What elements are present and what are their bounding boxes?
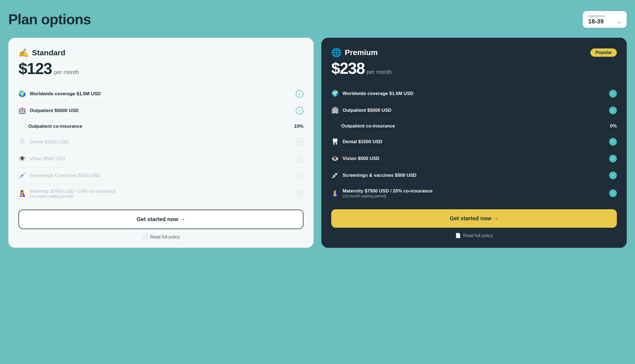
p-vision-text: Vision $500 USD [343, 156, 379, 161]
standard-cta-button[interactable]: Get started now → [18, 210, 303, 229]
worldwide-check-icon: ✓ [296, 90, 303, 98]
maternity-subtext: (10-month waiting period) [30, 194, 116, 199]
screenings-icon: 💉 [18, 172, 26, 179]
dental-check-icon: ✕ [296, 138, 303, 146]
premium-cta-button[interactable]: Get started now → [331, 209, 617, 228]
maternity-icon: 🤱 [18, 190, 26, 197]
standard-feature-screenings: 💉 Screenings & vaccines $500 USD ✕ [18, 167, 303, 184]
standard-feature-worldwide: 🌍 Worldwide coverage $1.5M USD ✓ [18, 85, 303, 102]
popular-badge: Popular [590, 48, 617, 57]
age-group-value: 18-39 [588, 18, 604, 25]
premium-plan-header: 🌐 Premium Popular [331, 48, 617, 57]
premium-price: $238 [331, 59, 365, 77]
standard-feature-dental: 🦷 Dental $1500 USD ✕ [18, 134, 303, 150]
standard-price: $123 [18, 59, 52, 78]
p-dental-check-icon: ✓ [609, 138, 617, 146]
premium-plan-card: 🌐 Premium Popular $238 per month 🌍 World… [321, 38, 627, 248]
standard-plan-card: ✍️ Standard $123 per month 🌍 Worldwide c… [8, 38, 314, 248]
premium-feature-dental: 🦷 Dental $1500 USD ✓ [331, 133, 617, 150]
standard-feature-list: 🌍 Worldwide coverage $1.5M USD ✓ 🏥 Outpa… [18, 85, 303, 203]
p-maternity-subtext: (10-month waiting period) [343, 194, 433, 198]
maternity-text: Maternity $7500 USD / 20% co-insurance [30, 189, 116, 194]
screenings-check-icon: ✕ [296, 172, 303, 180]
plans-container: ✍️ Standard $123 per month 🌍 Worldwide c… [8, 38, 627, 248]
premium-feature-maternity: 🤱 Maternity $7500 USD / 20% co-insurance… [331, 184, 617, 203]
p-worldwide-icon: 🌍 [331, 90, 339, 97]
vision-icon: 👁️ [18, 155, 26, 162]
coinsurance-value: 10% [294, 124, 303, 129]
outpatient-check-icon: ✓ [296, 107, 303, 115]
coinsurance-label: Outpatient co-insurance [28, 124, 82, 129]
page-title: Plan options [8, 11, 91, 28]
premium-coinsurance-row: Outpatient co-insurance 0% [331, 119, 617, 133]
premium-feature-worldwide: 🌍 Worldwide coverage $1.5M USD ✓ [331, 85, 617, 102]
standard-price-row: $123 per month [18, 59, 303, 78]
p-screenings-check-icon: ✓ [609, 172, 617, 179]
standard-policy-label: Read full policy [150, 235, 180, 240]
screenings-text: Screenings & vaccines $500 USD [30, 173, 100, 178]
premium-name-row: 🌐 Premium [331, 48, 378, 57]
p-outpatient-text: Outpatient $5000 USD [343, 108, 392, 113]
p-outpatient-check-icon: ✓ [609, 107, 617, 114]
age-group-selector[interactable]: Age group 18-39 ⌄ [583, 11, 627, 28]
p-vision-icon: 👁️ [331, 155, 339, 162]
standard-plan-name: Standard [32, 48, 65, 57]
p-dental-text: Dental $1500 USD [343, 139, 382, 145]
premium-plan-icon: 🌐 [331, 48, 341, 57]
p-coinsurance-label: Outpatient co-insurance [341, 123, 395, 129]
p-worldwide-check-icon: ✓ [609, 90, 617, 97]
p-maternity-icon: 🤱 [331, 190, 339, 197]
p-dental-icon: 🦷 [331, 138, 339, 145]
standard-plan-icon: ✍️ [18, 48, 29, 58]
dental-icon: 🦷 [18, 138, 26, 146]
p-maternity-check-icon: ✓ [609, 189, 617, 197]
vision-check-icon: ✕ [296, 155, 303, 163]
premium-period: per month [367, 69, 392, 75]
standard-feature-vision: 👁️ Vision $500 USD ✕ [18, 150, 303, 167]
outpatient-text: Outpatient $5000 USD [30, 108, 79, 113]
standard-plan-header: ✍️ Standard [18, 48, 303, 58]
maternity-check-icon: ✕ [296, 190, 303, 197]
standard-feature-outpatient: 🏥 Outpatient $5000 USD ✓ [18, 102, 303, 119]
premium-feature-outpatient: 🏥 Outpatient $5000 USD ✓ [331, 102, 617, 119]
dental-text: Dental $1500 USD [30, 139, 69, 145]
worldwide-text: Worldwide coverage $1.5M USD [30, 91, 101, 97]
standard-feature-maternity: 🤱 Maternity $7500 USD / 20% co-insurance… [18, 184, 303, 203]
p-maternity-text: Maternity $7500 USD / 20% co-insurance [343, 188, 433, 194]
p-outpatient-icon: 🏥 [331, 107, 339, 114]
premium-policy-label: Read full policy [463, 233, 493, 238]
page-header: Plan options Age group 18-39 ⌄ [8, 11, 627, 28]
policy-icon: 📄 [142, 234, 148, 240]
p-policy-icon: 📄 [455, 233, 461, 238]
standard-read-policy[interactable]: 📄 Read full policy [18, 234, 303, 240]
p-worldwide-text: Worldwide coverage $1.5M USD [343, 91, 414, 96]
age-group-label: Age group [588, 14, 605, 18]
standard-coinsurance-row: Outpatient co-insurance 10% [18, 119, 303, 134]
premium-feature-vision: 👁️ Vision $500 USD ✓ [331, 150, 617, 167]
p-screenings-text: Screenings & vaccines $500 USD [343, 173, 416, 178]
p-screenings-icon: 💉 [331, 172, 339, 179]
p-coinsurance-value: 0% [610, 123, 617, 129]
worldwide-icon: 🌍 [18, 90, 26, 97]
premium-plan-name: Premium [345, 48, 378, 57]
premium-read-policy[interactable]: 📄 Read full policy [331, 233, 617, 238]
premium-price-row: $238 per month [331, 59, 617, 77]
age-group-value-row: 18-39 ⌄ [588, 18, 621, 25]
premium-feature-list: 🌍 Worldwide coverage $1.5M USD ✓ 🏥 Outpa… [331, 85, 617, 203]
chevron-down-icon: ⌄ [617, 18, 621, 25]
standard-name-row: ✍️ Standard [18, 48, 65, 58]
vision-text: Vision $500 USD [30, 156, 65, 162]
premium-feature-screenings: 💉 Screenings & vaccines $500 USD ✓ [331, 167, 617, 184]
standard-period: per month [54, 69, 79, 75]
p-vision-check-icon: ✓ [609, 155, 617, 162]
outpatient-icon: 🏥 [18, 107, 26, 114]
